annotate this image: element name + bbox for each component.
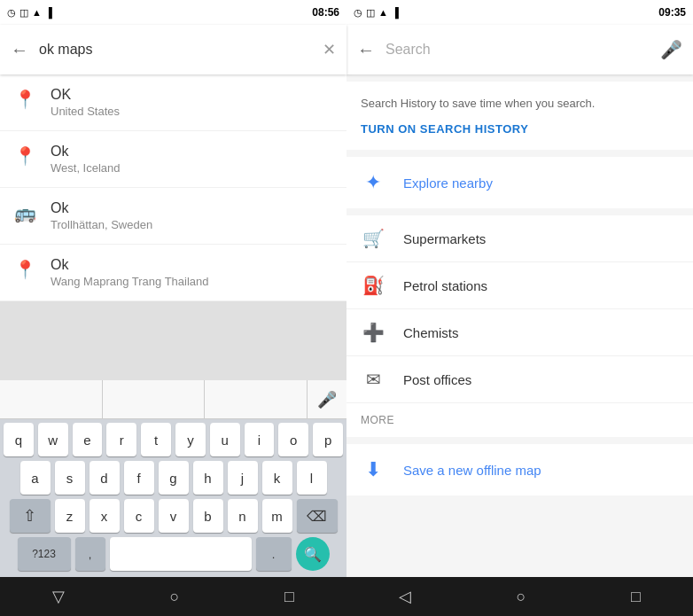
nearby-item-chemists[interactable]: ➕ Chemists xyxy=(346,309,693,356)
period-key[interactable]: . xyxy=(256,537,292,571)
nav-back-left[interactable]: ▽ xyxy=(52,587,65,606)
save-offline-map-label: Save a new offline map xyxy=(403,463,541,478)
key-row-1: q w e r t y u i o p xyxy=(4,423,343,456)
comma-key[interactable]: , xyxy=(75,537,105,571)
result-item-3[interactable]: 🚌 Ok Trollhättan, Sweden xyxy=(0,188,346,245)
key-w[interactable]: w xyxy=(38,423,68,456)
explore-nearby-item[interactable]: ✦ Explore nearby xyxy=(346,157,693,208)
search-bar-left: ← ✕ xyxy=(0,25,346,74)
key-s[interactable]: s xyxy=(55,461,85,495)
key-p[interactable]: p xyxy=(313,423,343,456)
key-c[interactable]: c xyxy=(124,499,154,533)
supermarkets-label: Supermarkets xyxy=(403,231,486,246)
key-k[interactable]: k xyxy=(262,461,292,495)
nav-home-right[interactable]: ○ xyxy=(517,588,526,606)
keyboard-rows: q w e r t y u i o p a s d f g h j k xyxy=(0,419,346,577)
nav-home-left[interactable]: ○ xyxy=(170,588,180,606)
nav-recent-right[interactable]: □ xyxy=(631,588,641,606)
left-panel: ◷ ◫ ▲ ▐ 08:56 ← ✕ 📍 OK United States 📍 O… xyxy=(0,0,346,616)
key-g[interactable]: g xyxy=(159,461,189,495)
key-n[interactable]: n xyxy=(228,499,258,533)
nearby-item-post-offices[interactable]: ✉ Post offices xyxy=(346,356,693,403)
nav-bar-left: ▽ ○ □ xyxy=(0,577,346,616)
key-x[interactable]: x xyxy=(90,499,120,533)
offline-card[interactable]: ⬇ Save a new offline map xyxy=(346,444,693,495)
keyboard: 🎤 q w e r t y u i o p a s d f g xyxy=(0,380,346,577)
signal-icon: ◫ xyxy=(19,7,28,19)
wifi-icon: ▲ xyxy=(32,7,42,18)
mic-icon-right[interactable]: 🎤 xyxy=(660,39,682,60)
result-text-4: Ok Wang Maprang Trang Thailand xyxy=(51,257,209,288)
search-bar-right: ← Search 🎤 xyxy=(346,25,693,74)
nearby-item-supermarkets[interactable]: 🛒 Supermarkets xyxy=(346,215,693,262)
result-subtitle-1: United States xyxy=(51,105,120,118)
key-h[interactable]: h xyxy=(193,461,223,495)
back-button-left[interactable]: ← xyxy=(11,40,28,60)
space-key[interactable] xyxy=(110,537,252,571)
key-q[interactable]: q xyxy=(4,423,34,456)
search-input-left[interactable] xyxy=(39,42,312,58)
key-b[interactable]: b xyxy=(193,499,223,533)
result-title-3: Ok xyxy=(51,200,152,216)
status-time-left: 08:56 xyxy=(312,6,339,19)
key-d[interactable]: d xyxy=(90,461,120,495)
key-j[interactable]: j xyxy=(228,461,258,495)
status-icons-right: ◷ ◫ ▲ ▐ xyxy=(354,7,399,19)
mic-icon-keyboard[interactable]: 🎤 xyxy=(308,390,346,409)
key-e[interactable]: e xyxy=(73,423,103,456)
result-text-2: Ok West, Iceland xyxy=(51,144,121,175)
result-title-2: Ok xyxy=(51,144,121,160)
nearby-items-card: 🛒 Supermarkets ⛽ Petrol stations ➕ Chemi… xyxy=(346,215,693,437)
result-text-3: Ok Trollhättan, Sweden xyxy=(51,200,152,231)
key-m[interactable]: m xyxy=(262,499,292,533)
key-o[interactable]: o xyxy=(278,423,308,456)
key-y[interactable]: y xyxy=(175,423,206,456)
turn-on-search-history-button[interactable]: TURN ON SEARCH HISTORY xyxy=(361,122,679,136)
search-placeholder[interactable]: Search xyxy=(385,42,650,58)
suggest-item-1[interactable] xyxy=(0,380,103,418)
wifi-icon-right: ▲ xyxy=(378,7,388,18)
key-r[interactable]: r xyxy=(106,423,136,456)
notification-icon-right: ◷ xyxy=(354,7,362,19)
key-t[interactable]: t xyxy=(141,423,171,456)
backspace-key[interactable]: ⌫ xyxy=(297,499,338,533)
key-row-3: ⇧ z x c v b n m ⌫ xyxy=(4,499,343,533)
result-item-4[interactable]: 📍 Ok Wang Maprang Trang Thailand xyxy=(0,245,346,301)
numbers-key[interactable]: ?123 xyxy=(18,537,71,571)
notification-icon: ◷ xyxy=(7,7,16,19)
suggest-item-3[interactable] xyxy=(205,380,308,418)
result-text-1: OK United States xyxy=(51,87,120,118)
key-u[interactable]: u xyxy=(210,423,240,456)
chemists-label: Chemists xyxy=(403,325,459,340)
key-v[interactable]: v xyxy=(159,499,189,533)
key-z[interactable]: z xyxy=(55,499,85,533)
keyboard-search-button[interactable]: 🔍 xyxy=(296,537,330,571)
back-button-right[interactable]: ← xyxy=(357,40,375,60)
battery-icon: ▐ xyxy=(45,7,52,18)
shift-key[interactable]: ⇧ xyxy=(10,499,51,533)
nav-recent-left[interactable]: □ xyxy=(284,588,294,606)
search-history-card: Search History to save time when you sea… xyxy=(346,82,693,150)
chemists-icon: ➕ xyxy=(361,322,385,343)
more-button[interactable]: MORE xyxy=(346,403,693,437)
petrol-icon: ⛽ xyxy=(361,275,385,296)
key-f[interactable]: f xyxy=(124,461,154,495)
status-time-right: 09:35 xyxy=(658,6,686,19)
petrol-label: Petrol stations xyxy=(403,278,487,293)
key-l[interactable]: l xyxy=(297,461,327,495)
nearby-item-petrol[interactable]: ⛽ Petrol stations xyxy=(346,262,693,309)
result-title-1: OK xyxy=(51,87,120,103)
status-bar-left: ◷ ◫ ▲ ▐ 08:56 xyxy=(0,0,346,25)
suggest-item-2[interactable] xyxy=(103,380,206,418)
result-subtitle-3: Trollhättan, Sweden xyxy=(51,218,152,231)
result-item-2[interactable]: 📍 Ok West, Iceland xyxy=(0,131,346,188)
keyboard-suggestions: 🎤 xyxy=(0,380,346,419)
result-item-1[interactable]: 📍 OK United States xyxy=(0,74,346,131)
location-pin-icon-2: 📍 xyxy=(14,145,36,167)
clear-button[interactable]: ✕ xyxy=(323,40,336,59)
nav-back-right[interactable]: ◁ xyxy=(399,587,411,606)
save-offline-map-item[interactable]: ⬇ Save a new offline map xyxy=(346,444,693,495)
key-i[interactable]: i xyxy=(245,423,275,456)
explore-nearby-label: Explore nearby xyxy=(403,175,493,191)
key-a[interactable]: a xyxy=(20,461,51,495)
